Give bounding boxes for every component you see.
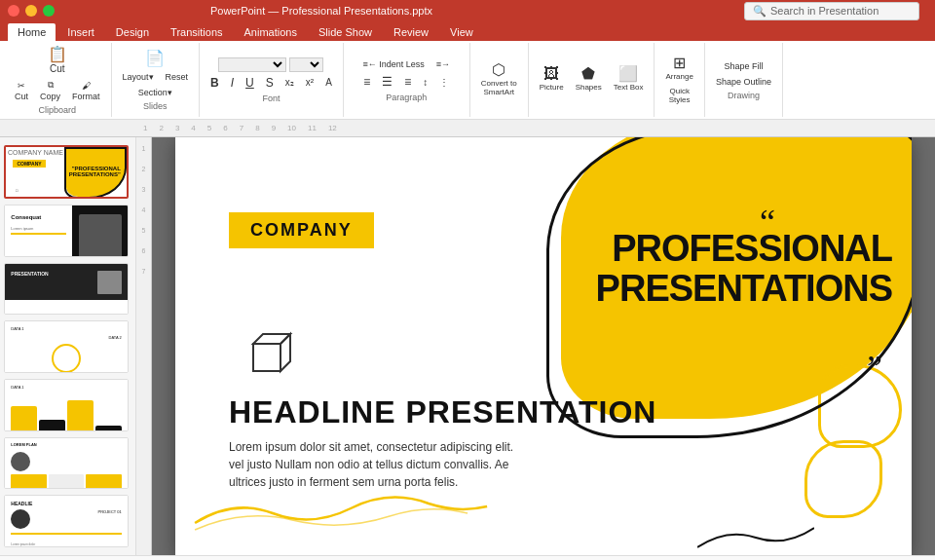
tab-design[interactable]: Design [106,23,159,41]
tab-animations[interactable]: Animations [235,23,307,41]
yellow-ring [804,440,882,518]
smartart-icon: ⬡ [492,62,505,78]
copy-icon: ⧉ [48,80,54,91]
tab-review[interactable]: Review [384,23,438,41]
ribbon-group-arrange: ⊞ Arrange QuickStyles [654,43,704,117]
editor-area[interactable]: COMPANY “ PROFESSIONAL PRESENTATIONS ” [152,137,935,555]
svg-marker-2 [280,334,290,371]
underline-button[interactable]: U [241,74,259,92]
textbox-button[interactable]: ⬜ Text Box [609,64,649,93]
ribbon-group-paragraph: ≡← Indent Less ≡→ ≡ ☰ ≡ ↕ ⋮ Paragraph [344,43,470,117]
tab-transitions[interactable]: Transitions [161,23,232,41]
ribbon: Home Insert Design Transitions Animation… [0,21,935,120]
slide-thumb-7[interactable]: HEADLIE PROJECT 01 Lorem ipsum dolor PRO… [4,495,129,547]
convert-smartart-button[interactable]: ⬡ Convert toSmartArt [476,60,522,98]
ribbon-group-shape: Shape Fill Shape Outline Drawing [705,43,783,117]
new-slide-icon: 📄 [145,51,165,66]
slide-thumb-3[interactable]: PRESENTATION [4,263,129,316]
tab-slideshow[interactable]: Slide Show [309,23,382,41]
align-left-button[interactable]: ≡ [358,73,375,91]
slide-thumb-2-inner: Consequat Lorem ipsum button [5,205,128,257]
bold-button[interactable]: B [206,74,224,92]
slides-panel[interactable]: COMPANY "PROFESSIONALPRESENTATIONS" □ HE… [0,137,136,555]
body-line1: Lorem ipsum dolor sit amet, consectetur … [229,440,513,454]
search-icon: 🔍 [753,5,767,18]
font-size-select[interactable] [289,57,323,72]
arrange-icon: ⊞ [673,56,686,71]
company-tag[interactable]: COMPANY [229,212,374,248]
align-center-button[interactable]: ☰ [377,73,397,91]
mini-slide-2: Consequat Lorem ipsum button [5,205,128,257]
window-title: PowerPoint — Professional Presentations.… [210,5,432,17]
tab-insert[interactable]: Insert [57,23,104,41]
shape-label: Drawing [728,91,760,100]
reset-button[interactable]: Reset [161,70,194,84]
mini-slide-3: PRESENTATION [5,264,128,316]
section-button[interactable]: Section▾ [133,86,177,99]
ribbon-group-clipboard: 📋 Cut ✂ Cut ⧉ Copy 🖌 Format Clipboard [4,43,112,117]
title-bar: PowerPoint — Professional Presentations.… [0,0,935,21]
notes-bar[interactable]: Click to add notes [0,555,935,560]
window-controls[interactable] [8,5,55,17]
format-icon: 🖌 [82,81,91,91]
picture-button[interactable]: 🖼 Picture [535,64,569,93]
body-line2: vel justo Nullam non odio at tellus dict… [229,458,508,471]
mini-slide-5: DATA 1 [5,380,128,431]
copy-button[interactable]: ⧉ Copy [35,78,65,103]
quote-line2: PRESENTATIONS [596,268,892,309]
format-button[interactable]: 🖌 Format [67,79,105,103]
layout-button[interactable]: Layout▾ [118,70,159,84]
clipboard-label: Clipboard [39,105,77,115]
ribbon-group-font: B I U S x₂ x² A Font [200,43,344,117]
slide-thumb-7-inner: HEADLIE PROJECT 01 Lorem ipsum dolor PRO… [5,496,128,547]
search-bar[interactable]: 🔍 Search in Presentation [744,2,919,20]
quote-close: ” [867,351,882,386]
ribbon-group-convert: ⬡ Convert toSmartArt [470,43,529,117]
cube-icon [242,326,300,385]
align-right-button[interactable]: ≡ [399,73,416,91]
slide-thumb-5-inner: DATA 1 [5,380,128,431]
headline-text[interactable]: HEADLINE PRESENTATION [229,394,656,430]
shapes-icon: ⬟ [581,66,595,82]
quick-styles-button[interactable]: QuickStyles [664,85,695,106]
slide-thumb-5[interactable]: DATA 1 [4,379,129,431]
italic-button[interactable]: I [226,74,239,92]
font-color-button[interactable]: A [320,75,337,90]
main-area: COMPANY "PROFESSIONALPRESENTATIONS" □ HE… [0,137,935,555]
slide-thumb-6[interactable]: LOREM PLAN [4,437,129,490]
shapes-button[interactable]: ⬟ Shapes [571,64,607,93]
shape-fill-button[interactable]: Shape Fill [711,59,776,73]
vertical-ruler: 1 2 3 4 5 6 7 [136,137,152,555]
subscript-button[interactable]: x₂ [280,75,299,90]
tab-home[interactable]: Home [8,23,56,41]
cut-icon: ✂ [18,81,25,91]
slide-thumb-2[interactable]: Consequat Lorem ipsum button [4,205,129,257]
strikethrough-button[interactable]: S [261,74,279,92]
columns-button[interactable]: ⋮ [434,75,454,90]
shape-outline-button[interactable]: Shape Outline [711,75,776,89]
font-family-select[interactable] [218,57,286,72]
minimize-button[interactable] [25,5,37,17]
arrange-button[interactable]: ⊞ Arrange [660,54,697,83]
ribbon-content: 📋 Cut ✂ Cut ⧉ Copy 🖌 Format Clipboard [0,41,935,120]
slide-thumb-1[interactable]: COMPANY "PROFESSIONALPRESENTATIONS" □ HE… [4,145,129,199]
yellow-wave-svg [175,479,506,538]
superscript-button[interactable]: x² [301,75,318,90]
slide-thumb-4[interactable]: DATA 1 DATA 2 Lorem ipsum [4,320,129,373]
indent-less-button[interactable]: ≡← Indent Less [358,57,430,71]
bottom-right-wave [697,499,814,556]
line-spacing-button[interactable]: ↕ [418,75,432,90]
indent-more-button[interactable]: ≡→ [431,57,455,71]
search-placeholder: Search in Presentation [770,5,879,17]
quote-line1: PROFESSIONAL [612,228,892,269]
new-slide-button[interactable]: 📄 [140,49,169,68]
slides-label: Slides [143,101,168,111]
mini-slide-6: LOREM PLAN [5,438,128,490]
paste-button[interactable]: 📋 Cut [43,45,72,76]
quote-text: PROFESSIONAL PRESENTATIONS [571,229,892,311]
tab-view[interactable]: View [440,23,483,41]
close-button[interactable] [8,5,19,17]
cut-button[interactable]: ✂ Cut [10,79,33,103]
slide-thumb-3-inner: PRESENTATION [5,264,128,316]
maximize-button[interactable] [43,5,55,17]
